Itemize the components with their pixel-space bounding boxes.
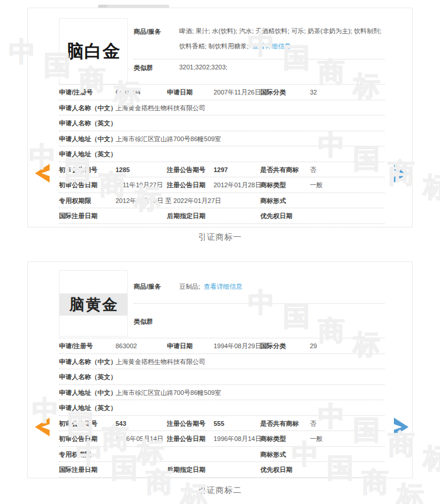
- label-shared-trademark: 是否共有商标: [260, 162, 299, 178]
- value-reg-gazette-date: 1996年08月14日: [214, 431, 261, 447]
- trademark-image-1: 脑白金: [59, 18, 128, 85]
- label-first-gazette-no: 初审公告期号: [59, 162, 97, 178]
- table-row: 初审公告期号 1285 注册公告期号 1297 是否共有商标 否: [59, 162, 385, 178]
- value-tm-type: 一般: [310, 431, 323, 447]
- trademark-info-page: { "colors": { "link": "#3aa2da", "arrow_…: [0, 0, 440, 504]
- value-applicant-cn: 上海黄金搭档生物科技有限公司: [116, 100, 205, 116]
- table-row: 国际注册日期 后期指定日期 优先权日期: [59, 208, 385, 224]
- value-apply-date: 1994年08月29日: [214, 338, 261, 354]
- value-first-gazette-no: 543: [116, 416, 126, 432]
- value-reg-no: 6401094: [116, 85, 141, 100]
- similar-group-label: 类似群: [134, 317, 153, 326]
- similar-group-label: 类似群: [134, 64, 153, 72]
- table-row: 专用权期限 商标形式: [59, 447, 385, 463]
- label-applicant-en: 申请人名称（英文）: [59, 369, 117, 385]
- value-reg-gazette-no: 1297: [214, 162, 228, 178]
- value-reg-gazette-date: 2012年01月28日: [214, 177, 261, 193]
- value-shared-trademark: 否: [310, 416, 316, 432]
- label-first-gazette-date: 初审公告日期: [59, 431, 97, 447]
- trademark-detail-table: 申请/注册号 863002 申请日期 1994年08月29日 国际分类 29 申…: [59, 338, 385, 478]
- table-row: 申请人地址（中文） 上海市徐汇区宜山路700号86幢509室: [59, 385, 385, 401]
- table-row: 申请人地址（英文）: [59, 146, 385, 162]
- trademark-card-1: 脑白金 商品/服务 啤酒; 果汁; 水(饮料); 汽水; 无酒精饮料; 可乐; …: [27, 8, 413, 228]
- table-row: 国际注册日期 后期指定日期 优先权日期: [59, 462, 385, 478]
- label-intl-class: 国际分类: [260, 338, 286, 354]
- value-address-cn: 上海市徐汇区宜山路700号86幢509室: [116, 131, 221, 147]
- value-intl-class: 32: [310, 85, 317, 100]
- label-tm-type: 商标类型: [260, 431, 286, 447]
- label-exclusive-period: 专用权期限: [59, 193, 91, 209]
- next-arrow-button[interactable]: [393, 163, 410, 184]
- table-row: 申请人地址（中文） 上海市徐汇区宜山路700号86幢509室: [59, 131, 385, 147]
- value-apply-date: 2007年11月26日: [214, 85, 261, 100]
- label-intl-class: 国际分类: [260, 85, 286, 100]
- label-shared-trademark: 是否共有商标: [260, 416, 299, 432]
- label-first-gazette-no: 初审公告期号: [59, 416, 97, 432]
- table-row: 申请/注册号 6401094 申请日期 2007年11月26日 国际分类 32: [59, 85, 385, 100]
- label-apply-date: 申请日期: [167, 85, 193, 100]
- label-apply-date: 申请日期: [167, 338, 193, 354]
- value-applicant-cn: 上海黄金搭档生物科技有限公司: [116, 354, 205, 370]
- value-first-gazette-no: 1285: [116, 162, 130, 178]
- table-row: 初审公告日期 1996年05月14日 注册公告日期 1996年08月14日 商标…: [59, 431, 385, 447]
- table-row: 申请人名称（英文）: [59, 369, 385, 385]
- label-reg-no: 申请/注册号: [59, 338, 93, 354]
- label-address-cn: 申请人地址（中文）: [59, 385, 117, 401]
- trademark-logo-text: 脑黄金: [69, 295, 118, 315]
- value-tm-type: 一般: [310, 177, 323, 193]
- trademark-card-2: 脑黄金 商品/服务 豆制品; 查看详细信息 类似群 申请/注册号 863002 …: [27, 261, 413, 478]
- table-row: 申请人名称（英文）: [59, 116, 385, 131]
- goods-services-value: 啤酒; 果汁; 水(饮料); 汽水; 无酒精饮料; 可乐; 奶茶(非奶为主); …: [179, 23, 385, 54]
- label-reg-gazette-date: 注册公告日期: [167, 177, 205, 193]
- goods-services-label: 商品/服务: [134, 27, 161, 36]
- table-row: 专用权期限 2012年01月28日 至 2022年01月27日 商标形式: [59, 193, 385, 209]
- value-exclusive-period: 2012年01月28日 至 2022年01月27日: [116, 193, 221, 209]
- label-exclusive-period: 专用权期限: [59, 447, 91, 463]
- label-reg-no: 申请/注册号: [59, 85, 93, 100]
- view-details-link[interactable]: 查看详细信息: [252, 43, 291, 50]
- label-applicant-en: 申请人名称（英文）: [59, 116, 117, 131]
- label-address-cn: 申请人地址（中文）: [59, 131, 117, 147]
- label-first-gazette-date: 初审公告日期: [59, 177, 97, 193]
- label-intl-reg-date: 国际注册日期: [59, 208, 97, 224]
- trademark-detail-table: 申请/注册号 6401094 申请日期 2007年11月26日 国际分类 32 …: [59, 84, 385, 224]
- label-applicant-cn: 申请人名称（中文）: [59, 100, 117, 116]
- prev-arrow-button[interactable]: [33, 416, 51, 438]
- label-tm-type: 商标类型: [260, 177, 286, 193]
- chevron-right-icon: [393, 163, 410, 184]
- label-intl-reg-date: 国际注册日期: [59, 462, 97, 478]
- similar-group-value: 3201;3202;3203;: [179, 64, 228, 71]
- value-shared-trademark: 否: [310, 162, 316, 178]
- label-priority-date: 优先权日期: [260, 462, 292, 478]
- trademark-image-2: 脑黄金: [59, 270, 128, 337]
- logo-highlight-band: 脑黄金: [59, 293, 128, 316]
- goods-services-label: 商品/服务: [134, 282, 161, 291]
- view-details-link[interactable]: 查看详细信息: [204, 283, 242, 290]
- value-intl-class: 29: [310, 338, 317, 354]
- chevron-left-icon: [33, 163, 51, 184]
- label-applicant-cn: 申请人名称（中文）: [59, 354, 117, 370]
- label-later-designation-date: 后期指定日期: [167, 462, 205, 478]
- label-reg-gazette-no: 注册公告期号: [167, 416, 205, 432]
- dotted-divider: [134, 59, 385, 60]
- value-address-cn: 上海市徐汇区宜山路700号86幢509室: [116, 385, 221, 401]
- value-reg-no: 863002: [116, 338, 137, 354]
- next-arrow-button[interactable]: [393, 416, 410, 438]
- table-row: 申请/注册号 863002 申请日期 1994年08月29日 国际分类 29: [59, 338, 385, 354]
- chevron-left-icon: [33, 416, 51, 438]
- label-later-designation-date: 后期指定日期: [167, 208, 205, 224]
- card-caption-1: 引证商标一: [0, 232, 440, 243]
- trademark-logo-text: 脑白金: [67, 40, 121, 64]
- dotted-divider: [134, 303, 385, 304]
- label-priority-date: 优先权日期: [260, 208, 292, 224]
- chevron-right-icon: [393, 416, 410, 438]
- table-row: 申请人地址（英文）: [59, 400, 385, 416]
- value-reg-gazette-no: 555: [214, 416, 224, 432]
- goods-services-text: 豆制品;: [179, 283, 200, 290]
- label-address-en: 申请人地址（英文）: [59, 146, 117, 162]
- goods-services-value: 豆制品; 查看详细信息: [179, 282, 242, 291]
- label-tm-form: 商标形式: [260, 193, 286, 209]
- watermark-char: 标: [423, 173, 440, 200]
- prev-arrow-button[interactable]: [33, 163, 51, 184]
- label-reg-gazette-date: 注册公告日期: [167, 431, 205, 447]
